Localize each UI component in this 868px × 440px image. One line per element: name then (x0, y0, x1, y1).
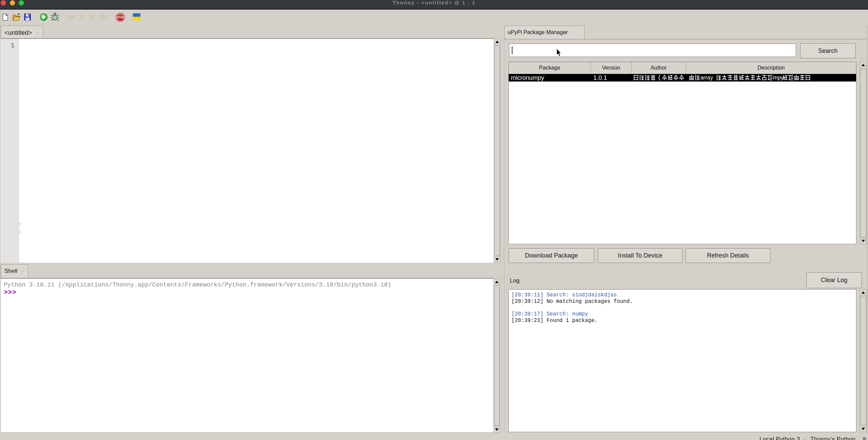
svg-text:array: array (700, 75, 713, 80)
svg-text:STOP: STOP (116, 16, 125, 19)
svg-text:mpy: mpy (773, 75, 784, 80)
